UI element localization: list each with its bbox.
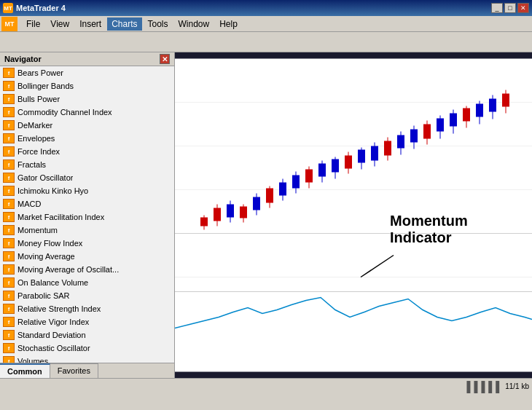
svg-rect-25 [318, 164, 326, 177]
nav-item-icon: f [3, 120, 15, 130]
nav-item[interactable]: fCommodity Channel Index [0, 106, 174, 119]
nav-item-icon: f [3, 304, 15, 314]
nav-item-label: Relative Strength Index [17, 304, 101, 313]
svg-rect-17 [266, 189, 273, 203]
close-button[interactable]: ✕ [517, 3, 529, 13]
nav-item[interactable]: fBollinger Bands [0, 79, 174, 92]
svg-rect-11 [227, 205, 234, 218]
title-bar-controls: _ □ ✕ [491, 3, 529, 13]
nav-item-label: Commodity Channel Index [17, 108, 112, 117]
nav-item[interactable]: fParabolic SAR [0, 289, 174, 302]
nav-item-icon: f [3, 133, 15, 143]
nav-item[interactable]: fForce Index [0, 145, 174, 158]
menu-tools[interactable]: Tools [144, 17, 173, 31]
nav-item-label: Ichimoku Kinko Hyo [17, 186, 88, 195]
nav-item-icon: f [3, 330, 15, 340]
tab-favorites[interactable]: Favorites [50, 363, 98, 378]
menu-window[interactable]: Window [174, 17, 214, 31]
nav-item-icon: f [3, 212, 15, 222]
app-icon: MT [3, 3, 13, 13]
svg-rect-31 [358, 150, 365, 163]
nav-item[interactable]: fBulls Power [0, 92, 174, 106]
nav-item[interactable]: fBears Power [0, 66, 174, 79]
nav-item[interactable]: fMarket Facilitation Index [0, 210, 174, 224]
nav-item-label: DeMarker [17, 121, 52, 130]
nav-item[interactable]: fOn Balance Volume [0, 276, 174, 289]
tab-common[interactable]: Common [0, 363, 50, 378]
nav-item[interactable]: fStandard Deviation [0, 328, 174, 342]
nav-item[interactable]: fMoving Average [0, 250, 174, 263]
nav-item-icon: f [3, 225, 15, 235]
nav-item-icon: f [3, 277, 15, 288]
svg-rect-27 [332, 159, 339, 173]
svg-rect-23 [305, 170, 313, 183]
nav-item[interactable]: fMoney Flow Index [0, 237, 174, 250]
nav-item[interactable]: fIchimoku Kinko Hyo [0, 184, 174, 197]
maximize-button[interactable]: □ [504, 3, 516, 13]
navigator-panel: Navigator ✕ fBears PowerfBollinger Bands… [0, 52, 175, 378]
navigator-tabs: Common Favorites [0, 363, 174, 378]
nav-item-label: Momentum [17, 226, 58, 234]
nav-item-label: Fractals [17, 160, 46, 169]
svg-rect-43 [437, 119, 444, 132]
nav-item-label: Stochastic Oscillator [17, 344, 90, 352]
nav-item-label: Money Flow Index [17, 239, 82, 248]
chart-svg [175, 52, 532, 378]
nav-item[interactable]: fMomentum [0, 224, 174, 237]
nav-item-label: Bollinger Bands [17, 82, 74, 90]
nav-item-icon: f [3, 186, 15, 196]
nav-item[interactable]: fRelative Vigor Index [0, 315, 174, 328]
svg-rect-51 [489, 99, 496, 112]
svg-rect-19 [279, 183, 286, 196]
nav-item[interactable]: fStochastic Oscillator [0, 342, 174, 355]
svg-rect-21 [292, 176, 300, 189]
nav-item[interactable]: fEnvelopes [0, 132, 174, 145]
svg-rect-37 [397, 135, 404, 149]
nav-item-label: Envelopes [17, 134, 55, 143]
bar-icon: ▐▐▐▐▐ [463, 381, 500, 393]
nav-item-icon: f [3, 317, 15, 327]
nav-item-label: Force Index [17, 147, 60, 156]
nav-item[interactable]: fRelative Strength Index [0, 302, 174, 315]
nav-item-label: Bulls Power [17, 95, 60, 103]
nav-item-label: Market Facilitation Index [17, 213, 104, 221]
nav-item[interactable]: fDeMarker [0, 119, 174, 132]
nav-item-icon: f [3, 264, 15, 275]
svg-rect-53 [502, 94, 509, 107]
nav-item[interactable]: fMACD [0, 197, 174, 210]
nav-item[interactable]: fGator Oscillator [0, 171, 174, 184]
nav-item-icon: f [3, 173, 15, 183]
svg-rect-9 [214, 208, 221, 221]
chart-area[interactable]: Momentum Indicator [175, 52, 532, 378]
menu-file[interactable]: File [22, 17, 44, 31]
main-area: Navigator ✕ fBears PowerfBollinger Bands… [0, 52, 532, 378]
svg-rect-33 [371, 146, 378, 161]
menu-help[interactable]: Help [215, 17, 242, 31]
nav-item[interactable]: fMoving Average of Oscillat... [0, 263, 174, 276]
app-menu-icon[interactable]: MT [1, 17, 17, 31]
navigator-close-button[interactable]: ✕ [160, 54, 170, 64]
nav-item-label: Parabolic SAR [17, 291, 70, 300]
nav-item-icon: f [3, 146, 15, 157]
nav-item-icon: f [3, 291, 15, 301]
nav-item[interactable]: fVolumes [0, 355, 174, 363]
status-bar-right: ▐▐▐▐▐ 11/1 kb [463, 381, 529, 393]
nav-item-icon: f [3, 199, 15, 209]
navigator-list[interactable]: fBears PowerfBollinger BandsfBulls Power… [0, 66, 174, 363]
nav-item-icon: f [3, 251, 15, 261]
svg-rect-45 [450, 114, 457, 127]
minimize-button[interactable]: _ [491, 3, 503, 13]
svg-rect-49 [476, 104, 483, 117]
menu-charts[interactable]: Charts [107, 17, 141, 31]
nav-item-icon: f [3, 238, 15, 248]
nav-item[interactable]: fFractals [0, 158, 174, 171]
nav-item-label: Relative Vigor Index [17, 318, 89, 326]
menu-insert[interactable]: Insert [75, 17, 106, 31]
status-right-text: 11/1 kb [505, 382, 529, 390]
nav-item-icon: f [3, 107, 15, 117]
menu-view[interactable]: View [46, 17, 74, 31]
nav-item-label: Bears Power [17, 68, 63, 77]
svg-rect-29 [345, 156, 352, 169]
svg-rect-39 [410, 130, 418, 143]
menu-bar-left: MT File View Insert Charts Tools Window … [1, 17, 242, 31]
